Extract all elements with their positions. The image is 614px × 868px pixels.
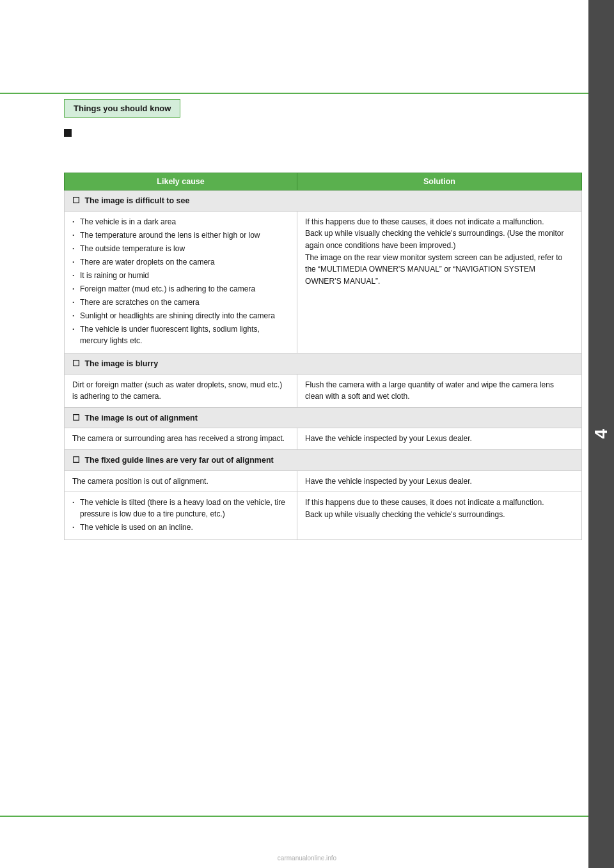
section-title-bar: Things you should know xyxy=(64,99,180,118)
list-item: Sunlight or headlights are shining direc… xyxy=(72,310,289,322)
page-chapter-number: 4 xyxy=(591,429,611,439)
cell-solution-guide-lines: Have the vehicle inspected by your Lexus… xyxy=(297,470,582,492)
cause-bullet-list-2: The vehicle is tilted (there is a heavy … xyxy=(72,497,289,533)
section-header-guide-lines: ☐ The fixed guide lines are very far out… xyxy=(65,450,582,471)
table-row-guide-lines-causes: The camera position is out of alignment.… xyxy=(65,470,582,492)
cell-solution-image-difficult: If this happens due to these causes, it … xyxy=(297,211,582,353)
bottom-accent-line xyxy=(0,816,588,817)
list-item: The vehicle is tilted (there is a heavy … xyxy=(72,497,289,520)
table-row-section-guide-lines: ☐ The fixed guide lines are very far out… xyxy=(65,450,582,471)
table-row-section-image-difficult: ☐ The image is difficult to see xyxy=(65,190,582,212)
table-header-solution: Solution xyxy=(297,173,582,190)
table-header-cause: Likely cause xyxy=(65,173,297,190)
cell-solution-image-alignment: Have the vehicle inspected by your Lexus… xyxy=(297,428,582,450)
list-item: The temperature around the lens is eithe… xyxy=(72,229,289,241)
table-row-image-difficult-causes: The vehicle is in a dark area The temper… xyxy=(65,211,582,353)
list-item: The vehicle is under fluorescent lights,… xyxy=(72,323,289,346)
cause-bullet-list-1: The vehicle is in a dark area The temper… xyxy=(72,216,289,346)
table-row-section-image-blurry: ☐ The image is blurry xyxy=(65,353,582,374)
list-item: The outside temperature is low xyxy=(72,243,289,254)
section-black-square xyxy=(64,129,72,137)
watermark: carmanualonline.info xyxy=(278,855,336,862)
page-container: 4 Things you should know Likely cause So… xyxy=(0,0,614,868)
table-row-guide-lines-causes-2: The vehicle is tilted (there is a heavy … xyxy=(65,492,582,540)
section-header-image-difficult: ☐ The image is difficult to see xyxy=(65,190,582,212)
cell-cause-guide-lines-2: The vehicle is tilted (there is a heavy … xyxy=(65,492,297,540)
top-accent-line xyxy=(0,93,588,94)
table-row-image-alignment-causes: The camera or surrounding area has recei… xyxy=(65,428,582,450)
section-header-image-alignment: ☐ The image is out of alignment xyxy=(65,407,582,428)
table-row-section-image-alignment: ☐ The image is out of alignment xyxy=(65,407,582,428)
section-header: Things you should know xyxy=(64,99,582,158)
cell-cause-image-alignment: The camera or surrounding area has recei… xyxy=(65,428,297,450)
list-item: The vehicle is in a dark area xyxy=(72,216,289,228)
checkbox-icon: ☐ xyxy=(72,455,80,465)
list-item: There are water droplets on the camera xyxy=(72,256,289,268)
table-row-image-blurry-causes: Dirt or foreign matter (such as water dr… xyxy=(65,374,582,407)
info-table: Likely cause Solution ☐ The image is dif… xyxy=(64,173,582,540)
list-item: The vehicle is used on an incline. xyxy=(72,522,289,533)
list-item: Foreign matter (mud etc.) is adhering to… xyxy=(72,283,289,295)
cell-solution-image-blurry: Flush the camera with a large quantity o… xyxy=(297,374,582,407)
checkbox-icon: ☐ xyxy=(72,413,80,422)
cell-cause-image-blurry: Dirt or foreign matter (such as water dr… xyxy=(65,374,297,407)
list-item: It is raining or humid xyxy=(72,270,289,281)
cell-solution-guide-lines-2: If this happens due to these causes, it … xyxy=(297,492,582,540)
checkbox-icon: ☐ xyxy=(72,359,80,368)
section-title: Things you should know xyxy=(74,104,171,113)
checkbox-icon: ☐ xyxy=(72,196,80,205)
main-content: Likely cause Solution ☐ The image is dif… xyxy=(64,160,582,540)
cell-cause-image-difficult: The vehicle is in a dark area The temper… xyxy=(65,211,297,353)
cell-cause-guide-lines: The camera position is out of alignment. xyxy=(65,470,297,492)
list-item: There are scratches on the camera xyxy=(72,297,289,308)
section-header-image-blurry: ☐ The image is blurry xyxy=(65,353,582,374)
side-number-bar: 4 xyxy=(588,0,614,868)
